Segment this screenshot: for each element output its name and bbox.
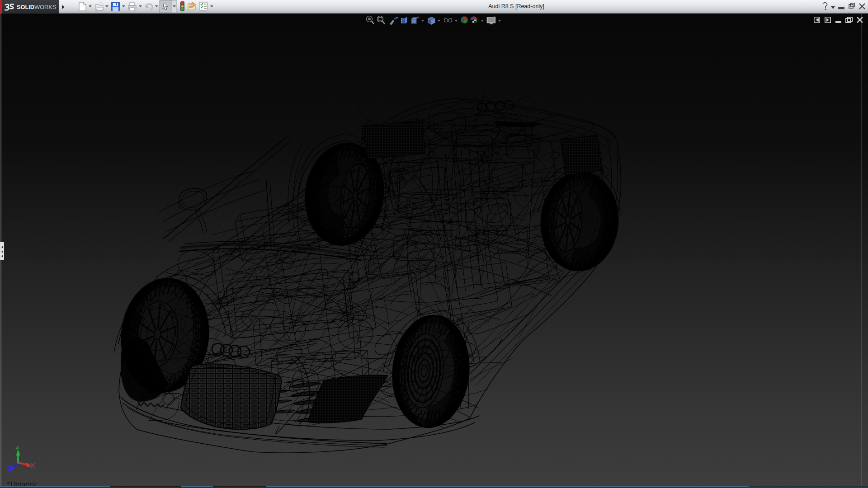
svg-text:SOLID: SOLID <box>17 4 34 10</box>
svg-text:WORKS: WORKS <box>34 4 56 10</box>
